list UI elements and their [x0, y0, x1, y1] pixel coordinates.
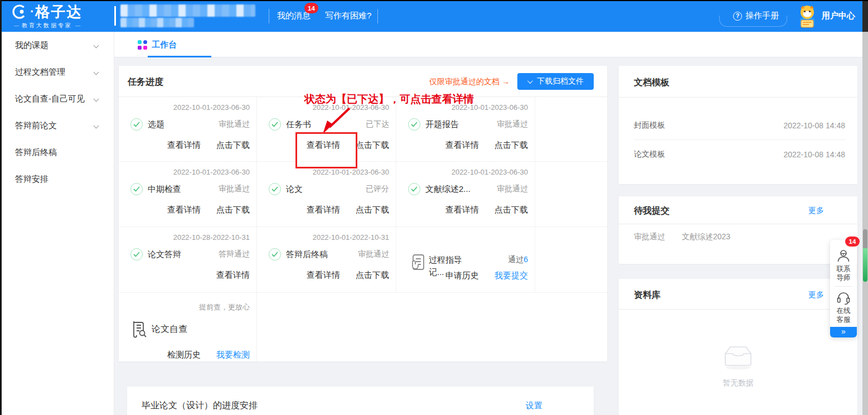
task-cell-thesis: 2022-10-01-2023-06-30 论文 已评分 查看详情 点击下载 [257, 162, 396, 227]
page-scrollbar-track[interactable] [862, 0, 868, 415]
header-separator [377, 9, 378, 23]
scrollbar-progress-indicator[interactable] [863, 248, 867, 282]
schedule-title: 毕业论文（设计）的进度安排 [142, 400, 258, 412]
pending-doc-name: 文献综述2023 [682, 232, 730, 241]
headset-icon [836, 291, 851, 305]
status-text: 审批通过 [219, 119, 250, 129]
schedule-settings-link[interactable]: 设置 [526, 400, 542, 411]
card-title: 任务进度 [128, 76, 163, 88]
sidebar-item-final-draft[interactable]: 答辩后终稿 [2, 139, 114, 166]
caret-down-icon [527, 78, 533, 84]
doc-templates-card: 文档模板 封面模板 2022-10-08 14:48 论文模板 2022-10-… [619, 66, 857, 184]
sidebar-item-my-topics[interactable]: 我的课题 [2, 32, 114, 59]
user-center-link[interactable]: 用户中心 [822, 0, 855, 32]
writing-help-link[interactable]: 写作有困难? [325, 0, 371, 32]
pending-entry[interactable]: 审批通过 文献综述2023 [634, 232, 730, 242]
tab-workbench[interactable]: 工作台 [138, 32, 177, 57]
person-icon [836, 249, 851, 263]
sidebar-item-self-check[interactable]: 论文自查-自己可见 [2, 85, 114, 112]
download-archive-button[interactable]: 下载归档文件 [517, 73, 594, 90]
status-text: 答辩通过 [219, 249, 250, 259]
task-cell-empty [535, 97, 607, 162]
contact-badge: 14 [845, 237, 860, 247]
library-more-link[interactable]: 更多 [808, 290, 824, 300]
contact-tutor-label[interactable]: 联系导师 [835, 264, 852, 282]
download-link[interactable]: 点击下载 [356, 205, 389, 215]
pending-header: 待我提交 更多 [619, 196, 857, 224]
floating-contact-widget: 14 联系导师 在线客服 » [830, 240, 857, 337]
check-history-link[interactable]: 检测历史 [167, 350, 201, 360]
download-link[interactable]: 点击下载 [216, 140, 250, 151]
start-check-link[interactable]: 我要检测 [216, 350, 250, 360]
document-click-icon [408, 254, 425, 272]
widget-collapse-button[interactable]: » [830, 327, 857, 337]
task-cell-empty [535, 227, 607, 293]
sidebar-item-defense-schedule[interactable]: 答辩安排 [2, 166, 114, 192]
template-row-thesis[interactable]: 论文模板 2022-10-08 14:48 [634, 140, 845, 169]
download-link[interactable]: 点击下载 [216, 205, 250, 215]
logo-dot: · [30, 3, 34, 20]
chevron-down-icon [94, 123, 99, 129]
status-text: 审批通过 [219, 184, 250, 194]
view-detail-link[interactable]: 查看详情 [445, 140, 479, 151]
task-cell-empty [257, 293, 396, 361]
active-tab-underline [148, 56, 211, 57]
mascot-avatar[interactable] [796, 4, 819, 29]
pending-more-link[interactable]: 更多 [808, 206, 824, 216]
check-circle-icon [269, 118, 281, 131]
task-cell-proposal: 2022-10-01-2023-06-30 开题报告 审批通过 查看详情 点击下… [396, 97, 535, 162]
widget-divider [835, 286, 852, 287]
highlight-box [295, 132, 357, 168]
window-left-edge [0, 0, 2, 415]
header-separator [269, 9, 269, 23]
chevron-down-icon [94, 43, 99, 49]
online-service-label[interactable]: 在线客服 [835, 306, 852, 324]
download-link[interactable]: 点击下载 [494, 205, 528, 215]
download-link[interactable]: 点击下载 [356, 140, 389, 151]
annotation-text: 状态为【已下达】，可点击查看详情 [304, 92, 474, 107]
task-cell-final-draft: 2022-10-01-2022-10-31 答辩后终稿 审批通过 查看详情 点击… [257, 227, 396, 293]
header-divider-bar [114, 6, 116, 26]
library-header: 资料库 更多 [619, 279, 857, 310]
task-cell-self-check: 提前查，更放心 论文自查 检测历史 我要检测 [119, 293, 257, 361]
pass-count: 6 [523, 255, 528, 264]
apply-history-link[interactable]: 申请历史 [445, 271, 479, 281]
self-check-note: 提前查，更放心 [130, 302, 250, 312]
pending-submit-card: 待我提交 更多 审批通过 文献综述2023 [619, 196, 857, 264]
brand-name: 格子达 [35, 3, 82, 20]
status-text: 通过6 [508, 255, 528, 265]
download-link[interactable]: 点击下载 [356, 270, 389, 281]
task-cell-midterm: 2022-10-01-2023-06-30 中期检查 审批通过 查看详情 点击下… [119, 162, 257, 227]
submit-link[interactable]: 我要提交 [494, 271, 528, 281]
top-header: · 格子达 教育大数据专家 我的消息 14 写作有困难? ? 操作手册 用户中心 [0, 0, 868, 32]
view-detail-link[interactable]: 查看详情 [167, 140, 201, 151]
archive-note: 仅限审批通过的文档 → [429, 77, 510, 87]
scrollbar-thumb[interactable] [863, 229, 867, 249]
sidebar-item-pre-defense[interactable]: 答辩前论文 [2, 112, 114, 139]
view-detail-link[interactable]: 查看详情 [167, 205, 201, 215]
check-circle-icon [130, 118, 143, 131]
view-detail-link[interactable]: 查看详情 [307, 270, 340, 281]
brand-logo[interactable]: · 格子达 教育大数据专家 [11, 3, 114, 30]
chevron-down-icon [94, 70, 99, 75]
check-circle-icon [269, 183, 281, 195]
contact-tutor-section[interactable]: 联系导师 [830, 249, 857, 282]
online-service-section[interactable]: 在线客服 [830, 291, 857, 324]
manual-link[interactable]: ? 操作手册 [733, 0, 779, 32]
view-detail-link[interactable]: 查看详情 [445, 205, 479, 215]
status-text: 审批通过 [358, 249, 389, 259]
view-detail-link[interactable]: 查看详情 [216, 270, 250, 281]
view-detail-link[interactable]: 查看详情 [307, 205, 340, 215]
task-cell-topic: 2022-10-01-2023-06-30 选题 审批通过 查看详情 点击下载 [119, 97, 257, 162]
sidebar-item-process-docs[interactable]: 过程文档管理 [2, 59, 114, 85]
status-text: 已下达 [366, 119, 389, 129]
task-cell-guidance-record: 过程指导记... 通过6 申请历史 我要提交 [396, 227, 535, 293]
task-cell-empty [535, 162, 607, 227]
check-circle-icon [408, 118, 420, 131]
task-cell-empty [535, 293, 607, 361]
doc-templates-header: 文档模板 [619, 66, 857, 98]
sidebar: 我的课题 过程文档管理 论文自查-自己可见 答辩前论文 答辩后终稿 答辩安排 [2, 32, 114, 415]
download-link[interactable]: 点击下载 [494, 140, 528, 151]
template-row-cover[interactable]: 封面模板 2022-10-08 14:48 [634, 111, 845, 140]
redacted-user-info-line2 [120, 18, 194, 27]
